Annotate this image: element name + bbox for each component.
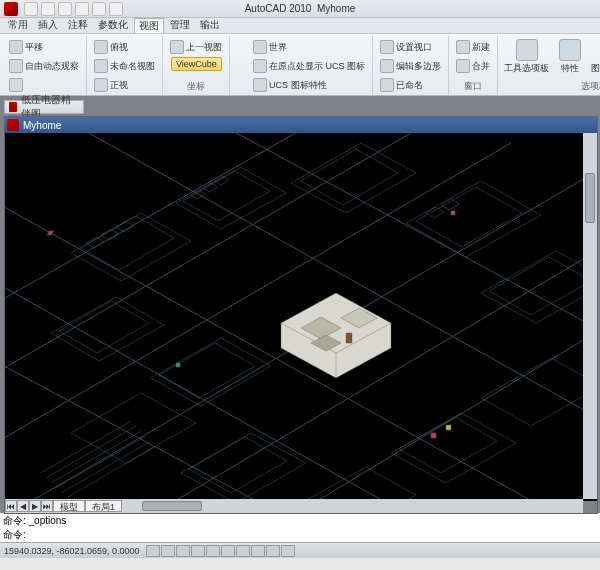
quick-access-toolbar [24,2,123,16]
front-view-button[interactable]: 正视 [91,76,158,94]
panel-ucs: 世界 在原点处显示 UCS 图标 UCS 图标特性 UCS [230,36,373,95]
named-viewport-button[interactable]: 已命名 [377,76,444,94]
tab-nav-last[interactable]: ⏭ [41,500,53,512]
extents-icon [9,78,23,92]
properties-button[interactable]: 特性 [557,38,583,76]
sheetset-button[interactable]: 图纸集管理器 [589,38,600,76]
svg-rect-22 [346,333,352,343]
tab-annotate[interactable]: 注释 [64,18,92,33]
horizontal-scrollbar[interactable] [142,501,202,511]
ucs-origin-button[interactable]: 在原点处显示 UCS 图标 [250,57,368,75]
svg-rect-15 [446,425,451,430]
panel-coords: 上一视图 ViewCube 坐标 [163,36,230,95]
qat-save-icon[interactable] [58,2,72,16]
qat-open-icon[interactable] [41,2,55,16]
extents-button[interactable] [6,76,82,94]
pan-button[interactable]: 平移 [6,38,82,56]
svg-line-17 [46,426,136,478]
join-button[interactable]: 合并 [453,57,493,75]
svg-line-20 [61,441,151,493]
status-bar: 15940.0329, -86021.0659, 0.0000 [0,542,600,558]
svg-line-7 [71,133,597,453]
join-icon [456,59,470,73]
front-icon [94,78,108,92]
qat-redo-icon[interactable] [92,2,106,16]
vertical-scrollbar[interactable] [583,133,597,499]
panel-window-label: 窗口 [453,80,493,93]
set-viewport-button[interactable]: 设置视口 [377,38,444,56]
panel-navigate: 平移 自由动态观察 导航 [2,36,87,95]
background-doc-tab[interactable]: 低压电器精伴图 [4,100,84,114]
viewcube-button[interactable]: ViewCube [171,57,222,71]
new-icon [456,40,470,54]
qat-print-icon[interactable] [109,2,123,16]
ortho-toggle-icon[interactable] [176,545,190,557]
mdi-area: 低压电器精伴图 Myhome [0,96,600,512]
restore-viewport-button[interactable]: 编辑多边形 [377,57,444,75]
tab-home[interactable]: 常用 [4,18,32,33]
ribbon: 平移 自由动态观察 导航 俯视 未命名视图 正视 视图 上一视图 ViewCub… [0,34,600,96]
tab-insert[interactable]: 插入 [34,18,62,33]
tab-output[interactable]: 输出 [196,18,224,33]
otrack-toggle-icon[interactable] [221,545,235,557]
set-viewport-icon [380,40,394,54]
orbit-button[interactable]: 自由动态观察 [6,57,82,75]
panel-window: 新建 合并 窗口 [449,36,498,95]
pan-icon [9,40,23,54]
coordinates-readout: 15940.0329, -86021.0659, 0.0000 [4,546,140,556]
ucs-origin-icon [253,59,267,73]
polar-toggle-icon[interactable] [191,545,205,557]
ducs-toggle-icon[interactable] [236,545,250,557]
title-bar: AutoCAD 2010 Myhome [0,0,600,18]
tool-palette-button[interactable]: 工具选项板 [502,38,551,76]
svg-rect-13 [176,363,180,367]
ribbon-tabs: 常用 插入 注释 参数化 视图 管理 输出 [0,18,600,34]
prev-view-button[interactable]: 上一视图 [167,38,225,56]
snap-toggle-icon[interactable] [146,545,160,557]
grid-toggle-icon[interactable] [161,545,175,557]
command-prompt: 命令: [3,528,597,542]
lwt-toggle-icon[interactable] [266,545,280,557]
named-icon [380,78,394,92]
ucs-props-button[interactable]: UCS 图标特性 [250,76,368,94]
panel-views: 俯视 未命名视图 正视 视图 [87,36,163,95]
qp-toggle-icon[interactable] [281,545,295,557]
tab-manage[interactable]: 管理 [166,18,194,33]
svg-line-9 [5,263,511,501]
qat-new-icon[interactable] [24,2,38,16]
orbit-icon [9,59,23,73]
prev-icon [170,40,184,54]
top-icon [94,40,108,54]
unsaved-icon [94,59,108,73]
tab-nav-prev[interactable]: ◀ [17,500,29,512]
drawing-window: Myhome [4,116,598,514]
panel-coords-label: 坐标 [167,80,225,93]
top-view-button[interactable]: 俯视 [91,38,158,56]
tab-nav-first[interactable]: ⏮ [5,500,17,512]
app-logo-icon[interactable] [4,2,18,16]
tab-view[interactable]: 视图 [134,18,164,33]
svg-line-16 [41,421,131,473]
svg-line-19 [56,436,146,488]
ucs-props-icon [253,78,267,92]
drawing-titlebar[interactable]: Myhome [5,117,597,133]
qat-undo-icon[interactable] [75,2,89,16]
tab-parametric[interactable]: 参数化 [94,18,132,33]
tab-nav-next[interactable]: ▶ [29,500,41,512]
svg-line-21 [66,446,156,498]
layout1-tab[interactable]: 布局1 [85,500,122,512]
drawing-canvas[interactable] [5,133,597,501]
command-line[interactable]: 命令: _options 命令: [0,512,600,542]
world-button[interactable]: 世界 [250,38,368,56]
dyn-toggle-icon[interactable] [251,545,265,557]
world-icon [253,40,267,54]
doc-icon [9,102,17,112]
unsaved-view-button[interactable]: 未命名视图 [91,57,158,75]
panel-palettes: 工具选项板 特性 图纸集管理器 切换 选项板 [498,36,600,95]
model-tab[interactable]: 模型 [53,500,85,512]
osnap-toggle-icon[interactable] [206,545,220,557]
svg-rect-14 [431,433,436,438]
restore-icon [380,59,394,73]
bottom-bar: ⏮ ◀ ▶ ⏭ 模型 布局1 [5,499,583,513]
new-window-button[interactable]: 新建 [453,38,493,56]
